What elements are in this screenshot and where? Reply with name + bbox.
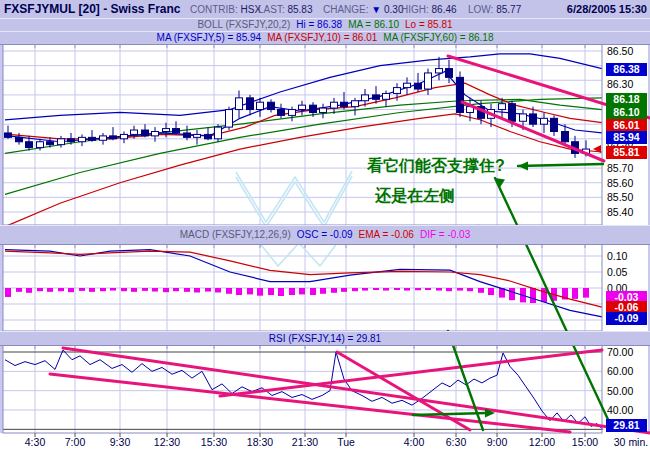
macd-header-strip: MACD (FXSFJY,12,26,9)OSC = -0.09EMA = -0… (0, 225, 650, 245)
annotation-text-cn-1: 看它们能否支撑住? (367, 156, 505, 177)
indicator-name: RSI (FXSFJY,14) = 29.81 (269, 333, 381, 344)
time-axis-label: 4:00 (404, 436, 424, 448)
y-axis-badge: 86.10 (606, 106, 647, 119)
low-label: LOW: (468, 4, 493, 15)
change-label: CHANGE: (323, 4, 369, 15)
low-field: LOW: 85.77 (468, 4, 521, 15)
watermark-man-financial: Man Financial (210, 270, 404, 301)
last-value: 85.83 (287, 4, 312, 15)
y-axis-label: 40.00 (607, 404, 649, 417)
indicator-value: MA = 86.10 (348, 19, 399, 30)
low-value: 85.77 (496, 4, 521, 15)
indicator-name: MACD (FXSFJY,12,26,9) (180, 229, 291, 240)
y-axis-label: 85.70 (607, 162, 649, 175)
time-axis-label: 6:30 (446, 436, 466, 448)
indicator-name: BOLL (FXSFJY,20,2) (197, 19, 290, 30)
y-axis-badge: 85.81 (606, 146, 647, 159)
y-axis-label: 85.40 (607, 206, 649, 219)
time-axis-label: 15:00 (572, 436, 598, 448)
datetime-stamp: 6/28/2005 15:30 (567, 3, 647, 15)
bollinger-header-strip: BOLL (FXSFJY,20,2)Hi = 86.38MA = 86.10Lo… (0, 18, 650, 32)
y-axis-label: 0.05 (607, 266, 649, 279)
rsi-header-strip: RSI (FXSFJY,14) = 29.81 (0, 331, 650, 346)
high-value: 86.46 (432, 4, 457, 15)
time-axis-label: 7:00 (65, 436, 85, 448)
indicator-value: MA (FXSFJY,10) = 86.01 (267, 32, 377, 43)
y-axis-label: 85.50 (607, 191, 649, 204)
y-axis-badge: -0.09 (606, 312, 647, 325)
time-axis-label: 12:00 (529, 436, 555, 448)
time-axis-label: 9:00 (487, 436, 507, 448)
y-axis-label: 85.60 (607, 177, 649, 190)
last-field: LAST: 85.83 (258, 4, 313, 15)
y-axis-label: 60.00 (607, 365, 649, 378)
y-axis-label: 70.00 (607, 346, 649, 359)
down-arrow-icon: ▼ (371, 4, 381, 15)
symbol-title: FXSFJYMUL [20] - Swiss Franc (4, 2, 181, 16)
indicator-value: EMA = -0.06 (359, 229, 414, 240)
y-axis-label: 86.30 (607, 78, 649, 91)
annotation-text-cn-2: 还是在左侧 (375, 186, 455, 207)
y-axis-label: 86.50 (607, 45, 649, 58)
y-axis-badge: 86.38 (606, 63, 647, 76)
watermark-sponsor-text: Charts sponsored by: (243, 158, 348, 170)
y-axis-label: 0.10 (607, 250, 649, 263)
y-axis-label: 50.00 (607, 385, 649, 398)
indicator-value: Lo = 85.81 (405, 19, 453, 30)
ma-header-strip: MA (FXSFJY,5) = 85.94MA (FXSFJY,10) = 86… (0, 31, 650, 45)
change-field: CHANGE: ▼ 0.30 (323, 4, 404, 15)
chart-application: { "header": { "symbol": "FXSFJYMUL [20] … (0, 0, 650, 450)
indicator-value: Hi = 86.38 (296, 19, 342, 30)
title-bar: FXSFJYMUL [20] - Swiss Franc CONTRIB: HS… (0, 0, 650, 19)
last-label: LAST: (258, 4, 285, 15)
time-axis-label: 18:30 (247, 436, 273, 448)
indicator-value: DIF = -0.03 (420, 229, 470, 240)
time-axis-label: 4:30 (25, 436, 45, 448)
indicator-value: OSC = -0.09 (297, 229, 353, 240)
high-label: HIGH: (401, 4, 429, 15)
time-axis-label: 12:30 (154, 436, 180, 448)
time-axis-label: 30 min. (614, 436, 648, 448)
indicator-value: MA (FXSFJY,5) = 85.94 (157, 32, 262, 43)
indicator-value: MA (FXSFJY,60) = 86.18 (383, 32, 493, 43)
y-axis-badge: 86.18 (606, 93, 647, 106)
time-axis-label: Tue (337, 436, 355, 448)
y-axis-badge: 85.94 (606, 131, 647, 144)
time-axis-label: 21:30 (292, 436, 318, 448)
time-axis-label: 15:30 (201, 436, 227, 448)
time-axis-label: 9:30 (110, 436, 130, 448)
contrib-label: CONTRIB: (190, 4, 238, 15)
contrib-field: CONTRIB: HSX (190, 4, 261, 15)
y-axis-badge: 29.81 (606, 419, 647, 432)
high-field: HIGH: 86.46 (401, 4, 457, 15)
